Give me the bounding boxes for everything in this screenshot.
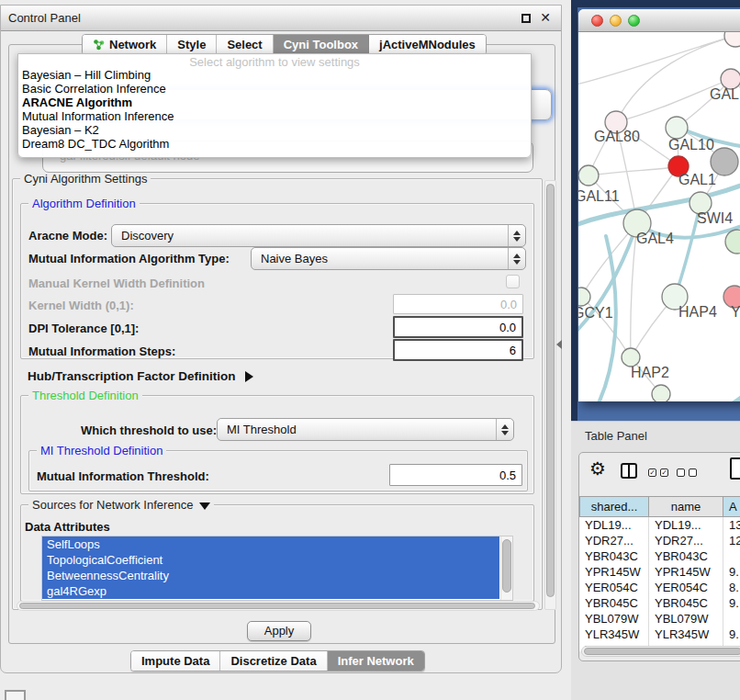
column-layout-icon[interactable] [621, 463, 637, 479]
attribute-item-selfloops[interactable]: SelfLoops [42, 536, 499, 552]
close-icon[interactable]: ✕ [540, 10, 551, 25]
network-node-hap2[interactable] [622, 348, 640, 367]
scrollbar-thumb[interactable] [546, 184, 555, 597]
network-node-label: GAL10 [668, 137, 714, 152]
table-panel-section: Table Panel ⚙ ✓ ✓ shared... name A YDL19… [571, 421, 740, 700]
tab-infer-network[interactable]: Infer Network [328, 651, 424, 671]
network-node[interactable] [724, 32, 740, 47]
table-cell: YBL079W [579, 611, 649, 627]
network-node-gal10[interactable] [666, 117, 688, 139]
threshold-definition-group: Threshold Definition Which threshold to … [20, 395, 534, 494]
list-vertical-scrollbar[interactable] [500, 536, 512, 600]
dropdown-option-dream8-dc-tdc-algorithm[interactable]: Dream8 DC_TDC Algorithm [18, 137, 531, 151]
column-header-shared-name[interactable]: shared... [579, 496, 649, 517]
tab-cyni-toolbox[interactable]: Cyni Toolbox [274, 35, 369, 54]
table-panel: ⚙ ✓ ✓ shared... name A YDL19...YDL19...1… [578, 452, 740, 661]
table-cell [723, 548, 740, 564]
attribute-item-betweennesscentrality[interactable]: BetweennessCentrality [42, 568, 499, 583]
minimize-traffic-light-icon[interactable] [610, 15, 622, 27]
attribute-item-topologicalcoefficient[interactable]: TopologicalCoefficient [42, 552, 499, 568]
apply-button[interactable]: Apply [247, 621, 311, 641]
table-cell: YPR145W [649, 564, 723, 580]
dropdown-option-mutual-information-inference[interactable]: Mutual Information Inference [18, 109, 531, 123]
tab-network[interactable]: Network [83, 35, 167, 54]
kernel-width-field[interactable] [393, 294, 523, 314]
scrollbar-thumb[interactable] [19, 603, 535, 609]
table-horizontal-scrollbar[interactable] [581, 646, 740, 657]
deselect-all-checks-icon[interactable] [677, 469, 697, 477]
column-header-name[interactable]: name [649, 496, 723, 517]
expand-arrow-icon [245, 371, 253, 382]
column-header-partial[interactable]: A [723, 496, 740, 517]
tab-style[interactable]: Style [167, 35, 217, 54]
network-node-label: GAL80 [594, 129, 640, 144]
tab-label: Discretize Data [230, 654, 316, 668]
network-node[interactable] [652, 385, 670, 401]
sources-title[interactable]: Sources for Network Inference [28, 498, 214, 512]
dpi-tolerance-field[interactable] [393, 316, 523, 338]
tab-discretize-data[interactable]: Discretize Data [220, 651, 327, 671]
dropdown-option-basic-correlation-inference[interactable]: Basic Correlation Inference [18, 82, 531, 96]
dropdown-option-bayesian-k2[interactable]: Bayesian – K2 [18, 123, 531, 137]
zoom-traffic-light-icon[interactable] [628, 15, 640, 27]
network-node-label: HAP4 [678, 304, 717, 320]
network-node-label: GCY1 [578, 305, 613, 321]
scrollbar-thumb[interactable] [584, 648, 740, 655]
attribute-item-gal4rgexp[interactable]: gal4RGexp [42, 583, 499, 599]
table-row[interactable]: YDL19...YDL19...13 [579, 517, 740, 533]
minimized-panel-icon[interactable] [5, 690, 26, 700]
scrollbar-thumb[interactable] [502, 539, 511, 593]
network-node-gal11[interactable] [578, 165, 599, 186]
stepper-icon[interactable] [508, 248, 525, 269]
table-cell: YBL079W [649, 611, 723, 627]
dpi-tolerance-label: DPI Tolerance [0,1]: [28, 322, 139, 335]
stepper-icon[interactable] [496, 419, 513, 440]
table-row[interactable]: YBR045CYBR045C9. [579, 595, 740, 611]
data-attributes-list[interactable]: SelfLoopsTopologicalCoefficientBetweenne… [41, 536, 513, 601]
tab-label: Cyni Toolbox [284, 38, 358, 51]
network-view-window: GALGAL80GAL10GAL1GAL11SWI4GAL4GCY1HAP4YH… [578, 9, 740, 401]
mi-threshold-field[interactable] [389, 464, 522, 486]
hub-definition-expander[interactable]: Hub/Transcription Factor Definition [28, 369, 253, 383]
mi-threshold-label: Mutual Information Threshold: [37, 469, 209, 483]
mi-type-combobox[interactable]: Naive Bayes [251, 247, 526, 270]
split-divider-arrow-icon[interactable] [556, 340, 562, 349]
network-edge[interactable] [589, 166, 678, 175]
aracne-mode-combobox[interactable]: Discovery [111, 224, 526, 247]
table-row[interactable]: YBR043CYBR043C [579, 548, 740, 564]
close-traffic-light-icon[interactable] [591, 15, 603, 27]
stepper-icon[interactable] [508, 225, 525, 246]
table-row[interactable]: YPR145WYPR145W9. [579, 564, 740, 580]
table-row[interactable]: YDR27...YDR27...12 [579, 533, 740, 548]
float-window-icon[interactable] [521, 14, 531, 23]
tab-jactivemnodules[interactable]: jActiveMNodules [369, 35, 486, 54]
combobox-value: Naive Bayes [261, 252, 328, 265]
threshold-combobox[interactable]: MI Threshold [217, 418, 514, 441]
dropdown-option-aracne-algorithm[interactable]: ARACNE Algorithm [18, 96, 531, 109]
manual-kernel-checkbox[interactable] [506, 275, 520, 288]
network-window-titlebar[interactable] [578, 9, 740, 32]
network-edge[interactable] [716, 358, 740, 401]
table-cell: YBR045C [579, 595, 649, 611]
gear-icon[interactable]: ⚙ [589, 458, 606, 479]
mi-steps-field[interactable] [393, 339, 523, 361]
tab-label: Style [177, 38, 206, 51]
table-row[interactable]: YLR345WYLR345W9. [579, 627, 740, 642]
tab-select[interactable]: Select [217, 35, 273, 54]
table-cell: YLR345W [579, 627, 649, 642]
table-row[interactable]: YER054CYER054C8. [579, 580, 740, 595]
settings-horizontal-scrollbar[interactable] [17, 601, 540, 611]
manual-kernel-label: Manual Kernel Width Definition [28, 277, 205, 290]
network-edge[interactable] [616, 36, 735, 122]
dropdown-option-bayesian-hill-climbing[interactable]: Bayesian – Hill Climbing [18, 68, 531, 82]
select-all-checks-icon[interactable]: ✓ ✓ [648, 469, 668, 477]
network-node[interactable] [711, 148, 738, 175]
unchecked-box-icon [689, 469, 697, 477]
table-row[interactable]: YBL079WYBL079W [579, 611, 740, 627]
settings-vertical-scrollbar[interactable] [544, 180, 556, 610]
mi-threshold-definition-group: MI Threshold Definition Mutual Informati… [28, 450, 528, 491]
network-canvas[interactable]: GALGAL80GAL10GAL1GAL11SWI4GAL4GCY1HAP4YH… [578, 32, 740, 401]
new-table-icon[interactable] [730, 457, 740, 480]
network-node[interactable] [725, 230, 740, 254]
tab-impute-data[interactable]: Impute Data [131, 651, 220, 671]
